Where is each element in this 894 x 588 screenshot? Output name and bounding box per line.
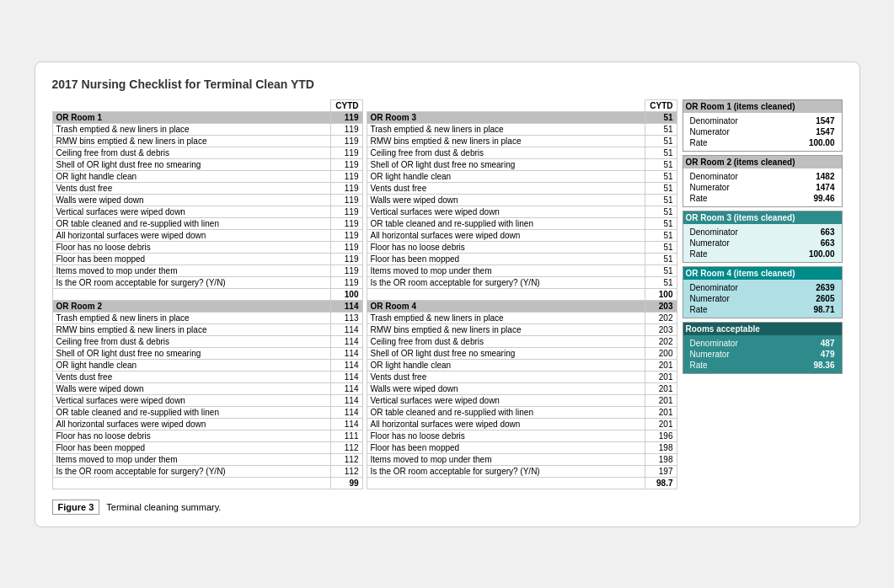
room4-total: 98.7 bbox=[645, 477, 677, 489]
table-row: Vertical surfaces were wiped down bbox=[367, 394, 645, 406]
room1-total: 100 bbox=[330, 288, 362, 300]
denominator-label: Denominator bbox=[688, 227, 783, 238]
room4-header: OR Room 4 bbox=[367, 300, 645, 312]
table-row: Trash emptied & new liners in place bbox=[367, 123, 645, 135]
room2-ytd: 114 bbox=[330, 300, 362, 312]
room1-total-label bbox=[52, 288, 330, 300]
rate-label: Rate bbox=[688, 193, 789, 204]
right-stats: OR Room 1 (items cleaned) Denominator154… bbox=[683, 99, 843, 489]
numerator-label: Numerator bbox=[688, 182, 789, 193]
table-row: Floor has no loose debris bbox=[52, 241, 330, 253]
room1-denominator: 1547 bbox=[783, 115, 837, 126]
table-row: Floor has been mopped bbox=[367, 253, 645, 265]
table-row: Walls were wiped down bbox=[367, 194, 645, 206]
room3-total-label bbox=[367, 288, 645, 300]
room4-numerator: 2605 bbox=[789, 293, 837, 304]
room4-stat-title: OR Room 4 (items cleaned) bbox=[683, 267, 842, 280]
rooms-acceptable-rate: 98.36 bbox=[789, 360, 837, 371]
room1-header: OR Room 1 bbox=[52, 111, 330, 123]
numerator-label: Numerator bbox=[688, 349, 789, 360]
table-row: Ceiling free from dust & debris bbox=[367, 147, 645, 158]
table-row: All horizontal surfaces were wiped down bbox=[367, 229, 645, 241]
room2-stat-title: OR Room 2 (items cleaned) bbox=[683, 156, 842, 168]
table-row: Is the OR room acceptable for surgery? (… bbox=[52, 276, 330, 288]
table-row: Vents dust free bbox=[52, 371, 330, 382]
rate-label: Rate bbox=[688, 249, 783, 259]
figure-caption-text: Terminal cleaning summary. bbox=[106, 502, 221, 512]
room2-total-label bbox=[52, 477, 330, 489]
table-row: Trash emptied & new liners in place bbox=[52, 123, 330, 135]
table-row: Vertical surfaces were wiped down bbox=[52, 394, 330, 406]
room1-ytd: 119 bbox=[330, 111, 362, 123]
table-row: Items moved to mop under them bbox=[52, 453, 330, 465]
table-row: Walls were wiped down bbox=[52, 194, 330, 206]
table-row: OR light handle clean bbox=[367, 170, 645, 182]
rooms-acceptable-denominator: 487 bbox=[789, 338, 837, 349]
table-row: RMW bins emptied & new liners in place bbox=[367, 135, 645, 147]
cytd-header-1: CYTD bbox=[330, 99, 362, 111]
room4-denominator: 2639 bbox=[789, 282, 837, 293]
room3-header: OR Room 3 bbox=[367, 111, 645, 123]
room2-denominator: 1482 bbox=[789, 171, 837, 182]
numerator-label: Numerator bbox=[688, 293, 789, 304]
table-row: Walls were wiped down bbox=[367, 382, 645, 394]
room4-ytd: 203 bbox=[645, 300, 677, 312]
table-row: Shell of OR light dust free no smearing bbox=[367, 347, 645, 359]
room1-rate: 100.00 bbox=[783, 137, 837, 148]
cytd-header-2: CYTD bbox=[645, 99, 677, 111]
room3-rate: 100.00 bbox=[783, 249, 837, 259]
rate-label: Rate bbox=[688, 304, 789, 315]
left-tables: CYTD OR Room 1 119 Trash emptied & new l… bbox=[52, 99, 677, 489]
table-row: Walls were wiped down bbox=[52, 382, 330, 394]
room4-rate: 98.71 bbox=[789, 304, 837, 315]
numerator-label: Numerator bbox=[688, 126, 783, 137]
rate-label: Rate bbox=[688, 360, 789, 371]
table-row: Is the OR room acceptable for surgery? (… bbox=[367, 465, 645, 477]
room3-ytd: 51 bbox=[645, 111, 677, 123]
table-row: OR table cleaned and re-supplied with li… bbox=[367, 406, 645, 418]
numerator-label: Numerator bbox=[688, 238, 783, 249]
room1-numerator: 1547 bbox=[783, 126, 837, 137]
table-row: OR light handle clean bbox=[52, 170, 330, 182]
table-row: OR light handle clean bbox=[367, 359, 645, 371]
table-row: RMW bins emptied & new liners in place bbox=[52, 323, 330, 335]
table-row: RMW bins emptied & new liners in place bbox=[52, 135, 330, 147]
table-row: Floor has no loose debris bbox=[367, 241, 645, 253]
room3-total: 100 bbox=[645, 288, 677, 300]
table-row: Vents dust free bbox=[367, 182, 645, 194]
rooms-acceptable-stat-box: Rooms acceptable Denominator487 Numerato… bbox=[683, 322, 843, 374]
room2-rate: 99.46 bbox=[789, 193, 837, 204]
table-row: Floor has no loose debris bbox=[52, 430, 330, 441]
table-row: Shell of OR light dust free no smearing bbox=[52, 158, 330, 170]
table-row: OR table cleaned and re-supplied with li… bbox=[52, 406, 330, 418]
room2-stat-box: OR Room 2 (items cleaned) Denominator148… bbox=[683, 155, 843, 207]
denominator-label: Denominator bbox=[688, 115, 783, 126]
room4-total-label bbox=[367, 477, 645, 489]
table-row: Vertical surfaces were wiped down bbox=[52, 206, 330, 217]
table-row: Floor has been mopped bbox=[52, 253, 330, 265]
table-row: OR light handle clean bbox=[52, 359, 330, 371]
table-row: Floor has no loose debris bbox=[367, 430, 645, 441]
table-row: Trash emptied & new liners in place bbox=[52, 312, 330, 323]
room3-stat-title: OR Room 3 (items cleaned) bbox=[683, 211, 842, 224]
table-row: RMW bins emptied & new liners in place bbox=[367, 323, 645, 335]
figure-caption: Figure 3 Terminal cleaning summary. bbox=[52, 500, 843, 515]
table-row: Is the OR room acceptable for surgery? (… bbox=[52, 465, 330, 477]
room2-header: OR Room 2 bbox=[52, 300, 330, 312]
table-row: All horizontal surfaces were wiped down bbox=[52, 418, 330, 430]
table-row: All horizontal surfaces were wiped down bbox=[52, 229, 330, 241]
rooms-1-2-table: CYTD OR Room 1 119 Trash emptied & new l… bbox=[52, 99, 363, 489]
room1-stat-title: OR Room 1 (items cleaned) bbox=[683, 100, 842, 113]
table-row: Items moved to mop under them bbox=[367, 453, 645, 465]
room3-denominator: 663 bbox=[783, 227, 837, 238]
room1-stat-box: OR Room 1 (items cleaned) Denominator154… bbox=[683, 99, 843, 152]
table-row: Is the OR room acceptable for surgery? (… bbox=[367, 276, 645, 288]
tables-wrapper: CYTD OR Room 1 119 Trash emptied & new l… bbox=[52, 99, 843, 489]
table-row: Floor has been mopped bbox=[367, 441, 645, 453]
denominator-label: Denominator bbox=[688, 338, 789, 349]
room3-stat-box: OR Room 3 (items cleaned) Denominator663… bbox=[683, 211, 843, 263]
rate-label: Rate bbox=[688, 137, 783, 148]
table-row: Vents dust free bbox=[367, 371, 645, 382]
room2-numerator: 1474 bbox=[789, 182, 837, 193]
table-row: Items moved to mop under them bbox=[52, 265, 330, 276]
